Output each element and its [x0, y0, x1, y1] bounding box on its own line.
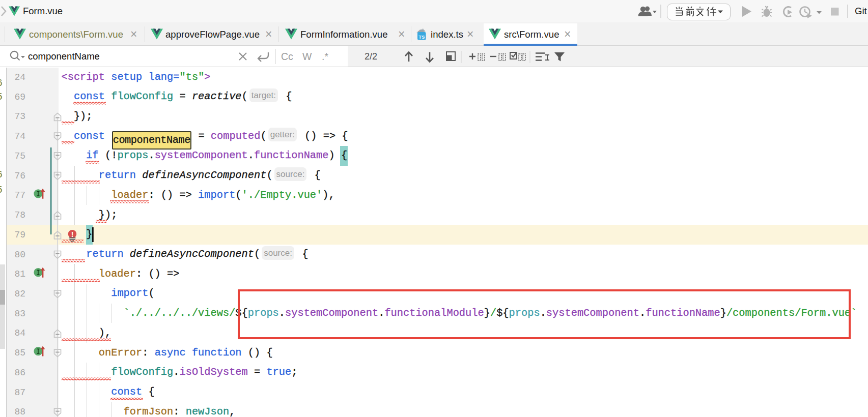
svg-text:!: !	[71, 230, 74, 239]
svg-text:TS: TS	[418, 34, 425, 40]
